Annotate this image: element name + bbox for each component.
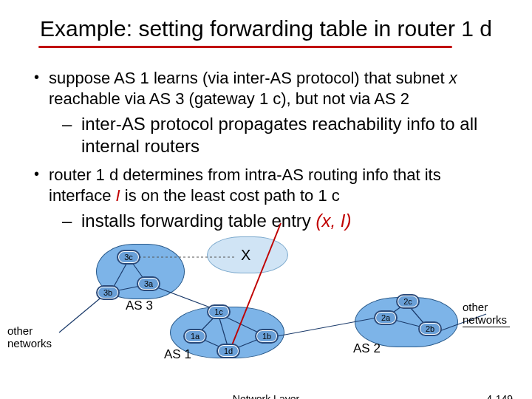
router-1d: 1d: [216, 344, 240, 358]
footer-center: Network Layer: [0, 393, 532, 399]
router-1b-label: 1b: [257, 331, 276, 341]
sub-bullet-1: inter-AS protocol propagates reachabilit…: [49, 113, 502, 157]
router-2a: 2a: [374, 310, 398, 325]
router-1d-label: 1d: [219, 346, 238, 356]
bullet-1: suppose AS 1 learns (via inter-AS protoc…: [30, 68, 502, 157]
bullet-2: router 1 d determines from intra-AS rout…: [30, 165, 502, 232]
label-other-right: other networks: [463, 301, 507, 326]
router-1a: 1a: [183, 329, 207, 344]
netlabel-right-underline: [463, 327, 510, 327]
label-as3: AS 3: [126, 299, 153, 313]
router-1b: 1b: [255, 329, 279, 344]
network-diagram: 3c 3b 3a 1c 1a 1d 1b 2a 2c 2b AS 3 AS 1 …: [22, 244, 510, 377]
bullet-1-text-pre: suppose AS 1 learns (via inter-AS protoc…: [49, 69, 449, 87]
bullet-list: suppose AS 1 learns (via inter-AS protoc…: [30, 68, 502, 239]
title-underline: [38, 46, 452, 48]
label-as1: AS 1: [164, 347, 191, 362]
page-title: Example: setting forwarding table in rou…: [0, 16, 532, 41]
router-2b: 2b: [418, 321, 442, 336]
svg-line-3: [59, 296, 103, 332]
router-3a: 3a: [137, 276, 160, 291]
label-as2: AS 2: [353, 341, 381, 356]
footer-page-number: 4-149: [486, 393, 513, 399]
sub-2-pre: installs forwarding table entry: [81, 211, 316, 231]
router-3b: 3b: [96, 285, 120, 300]
bullet-1-text-post: reachable via AS 3 (gateway 1 c), but no…: [49, 89, 409, 108]
router-2c: 2c: [396, 294, 420, 309]
router-3c: 3c: [117, 250, 140, 265]
router-1a-label: 1a: [185, 331, 205, 341]
router-2b-label: 2b: [420, 324, 440, 334]
label-x: X: [241, 247, 250, 264]
sub-2-entry: (x, I): [316, 211, 351, 231]
router-2c-label: 2c: [398, 296, 417, 307]
router-1c: 1c: [207, 304, 231, 319]
router-1c-label: 1c: [209, 307, 228, 317]
bullet-1-x: x: [449, 69, 457, 87]
router-3a-label: 3a: [139, 279, 158, 289]
sub-bullet-2: installs forwarding table entry (x, I): [49, 210, 502, 232]
router-3c-label: 3c: [119, 252, 138, 262]
label-other-left: other networks: [7, 325, 52, 349]
bullet-2-text-post: is on the least cost path to 1 c: [120, 186, 340, 205]
router-3b-label: 3b: [98, 287, 117, 298]
router-2a-label: 2a: [376, 313, 395, 323]
